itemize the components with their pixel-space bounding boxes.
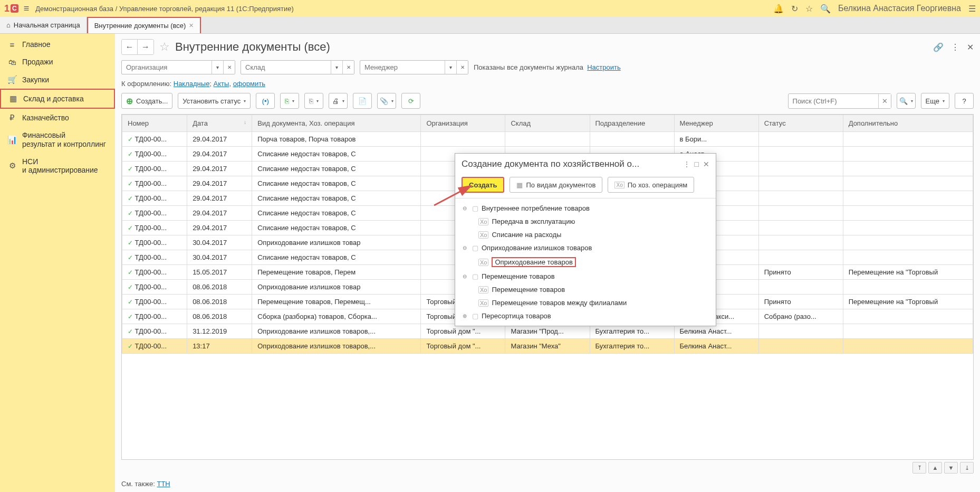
table-down-button[interactable]: ▼	[944, 462, 958, 474]
footer-link[interactable]: ТТН	[157, 480, 170, 488]
search-input[interactable]	[789, 94, 878, 108]
main-menu-icon[interactable]: ≡	[24, 3, 30, 14]
table-row[interactable]: ✓ ТД00-00...13:17Оприходование излишков …	[122, 339, 973, 354]
more-button[interactable]: Еще▾	[921, 93, 949, 109]
tree-folder-item[interactable]: ⊖▢Перемещение товаров	[455, 270, 716, 283]
sidebar-item[interactable]: 📊Финансовыйрезультат и контроллинг	[0, 127, 115, 153]
org-input[interactable]	[122, 61, 212, 74]
dialog-tree[interactable]: ⊖▢Внутреннее потребление товаровXoПереда…	[455, 198, 716, 326]
star-icon[interactable]: ☆	[805, 4, 813, 14]
refresh-button[interactable]: ⟳	[401, 93, 420, 109]
process-link-2[interactable]: Акты	[214, 80, 229, 88]
sidebar-item[interactable]: ▦Склад и доставка	[0, 89, 115, 109]
dialog-by-ops-button[interactable]: XoПо хоз. операциям	[608, 177, 694, 193]
dialog-create-button[interactable]: Создать	[462, 177, 504, 193]
sidebar-item[interactable]: ⚙НСИи администрирование	[0, 153, 115, 179]
process-link-1[interactable]: Накладные	[174, 80, 210, 88]
attach-button[interactable]: 📎▾	[377, 93, 396, 109]
tree-folder-item[interactable]: ⊕▢Пересортица товаров	[455, 309, 716, 323]
tab-close-icon[interactable]: ✕	[189, 22, 194, 29]
paste-button[interactable]: ⎘▾	[304, 93, 323, 109]
tree-leaf-item[interactable]: XoПередача в эксплуатацию	[455, 215, 716, 228]
org-filter[interactable]: ▾ ✕	[121, 60, 235, 74]
tree-leaf-item[interactable]: XoОприходование товаров	[455, 254, 716, 270]
kebab-icon[interactable]: ⋮	[951, 42, 959, 52]
user-name[interactable]: Белкина Анастасия Георгиевна	[838, 4, 961, 13]
link-icon[interactable]: 🔗	[933, 42, 944, 52]
warehouse-clear[interactable]: ✕	[342, 61, 354, 74]
doc-status-icon: ✓	[128, 150, 133, 158]
find-button[interactable]: 🔍▾	[897, 93, 916, 109]
tab[interactable]: ⌂Начальная страница	[0, 17, 87, 33]
tree-toggle-icon[interactable]: ⊖	[463, 273, 469, 279]
history-icon[interactable]: ↻	[791, 4, 798, 14]
customize-link[interactable]: Настроить	[587, 63, 621, 71]
warehouse-dd[interactable]: ▾	[331, 61, 342, 74]
dialog-kebab-icon[interactable]: ⋮	[683, 160, 690, 168]
operation-icon: Xo	[478, 259, 488, 266]
menu-equals-icon[interactable]: ☰	[968, 4, 976, 14]
column-header[interactable]: Склад	[505, 115, 590, 132]
sidebar-item[interactable]: ₽Казначейство	[0, 109, 115, 127]
tab[interactable]: Внутренние документы (все)✕	[87, 17, 201, 33]
dialog-close-icon[interactable]: ✕	[703, 160, 709, 168]
column-header[interactable]: Организация	[421, 115, 505, 132]
print-button[interactable]: 🖨▾	[329, 93, 348, 109]
dialog-by-docs-button[interactable]: ▦По видам документов	[510, 177, 602, 193]
dialog-maximize-icon[interactable]: □	[695, 160, 699, 168]
help-button[interactable]: ?	[955, 93, 974, 109]
warehouse-filter[interactable]: ▾ ✕	[241, 60, 354, 74]
tree-label: Оприходование излишков товаров	[482, 244, 592, 252]
create-button[interactable]: ⊕Создать...	[121, 93, 172, 109]
search-box[interactable]: ✕	[788, 93, 891, 109]
tree-leaf-item[interactable]: XoСписание на расходы	[455, 228, 716, 241]
favorite-star-icon[interactable]: ☆	[159, 40, 170, 54]
back-button[interactable]: ←	[122, 40, 138, 54]
tree-folder-item[interactable]: ⊖▢Внутреннее потребление товаров	[455, 202, 716, 215]
org-clear[interactable]: ✕	[223, 61, 235, 74]
table-row[interactable]: ✓ ТД00-00...29.04.2017Порча товаров, Пор…	[122, 132, 973, 147]
sidebar-label: НСИи администрирование	[22, 157, 98, 175]
table-nav-footer: ⤒ ▲ ▼ ⤓	[115, 460, 980, 476]
table-top-button[interactable]: ⤒	[912, 462, 926, 474]
filter-bar: ▾ ✕ ▾ ✕ ▾ ✕ Показаны все документы журна…	[115, 59, 980, 79]
search-clear[interactable]: ✕	[878, 94, 891, 108]
column-header[interactable]: Подразделение	[590, 115, 674, 132]
column-header[interactable]: Дополнительно	[843, 115, 973, 132]
manager-dd[interactable]: ▾	[445, 61, 456, 74]
table-up-button[interactable]: ▲	[928, 462, 942, 474]
manager-input[interactable]	[360, 61, 445, 74]
tree-toggle-icon[interactable]: ⊖	[463, 245, 469, 251]
org-dd[interactable]: ▾	[212, 61, 223, 74]
column-header[interactable]: Номер	[122, 115, 187, 132]
folder-icon: ▢	[472, 312, 478, 320]
bell-icon[interactable]: 🔔	[773, 4, 784, 14]
column-header[interactable]: Дата↓	[187, 115, 252, 132]
column-header[interactable]: Вид документа, Хоз. операция	[252, 115, 421, 132]
tree-folder-item[interactable]: ⊖▢Оприходование излишков товаров	[455, 241, 716, 254]
tree-toggle-icon[interactable]: ⊖	[463, 205, 469, 211]
dt-button[interactable]: (•)	[256, 93, 275, 109]
set-status-button[interactable]: Установить статус▾	[178, 93, 251, 109]
process-link-3[interactable]: оформить	[233, 80, 265, 88]
table-bottom-button[interactable]: ⤓	[960, 462, 974, 474]
tree-leaf-item[interactable]: XoПеремещение товаров	[455, 283, 716, 296]
forward-button[interactable]: →	[138, 40, 153, 54]
tree-leaf-item[interactable]: XoПеремещение товаров между филиалами	[455, 296, 716, 309]
sidebar-item[interactable]: 🛍Продажи	[0, 53, 115, 71]
manager-clear[interactable]: ✕	[456, 61, 468, 74]
dialog-header: Создание документа по хозяйственной о...…	[455, 154, 716, 175]
sidebar-item[interactable]: 🛒Закупки	[0, 71, 115, 89]
tree-label: Перемещение товаров	[482, 272, 555, 280]
sidebar-label: Финансовыйрезультат и контроллинг	[22, 131, 106, 149]
report-button[interactable]: 📄	[353, 93, 372, 109]
column-header[interactable]: Менеджер	[674, 115, 758, 132]
manager-filter[interactable]: ▾ ✕	[360, 60, 468, 74]
close-icon[interactable]: ✕	[967, 42, 974, 52]
column-header[interactable]: Статус	[758, 115, 843, 132]
search-icon[interactable]: 🔍	[820, 4, 831, 14]
sidebar-item[interactable]: ≡Главное	[0, 36, 115, 53]
warehouse-input[interactable]	[241, 61, 331, 74]
tree-toggle-icon[interactable]: ⊕	[463, 313, 469, 319]
copy-button[interactable]: ⎘▾	[280, 93, 299, 109]
